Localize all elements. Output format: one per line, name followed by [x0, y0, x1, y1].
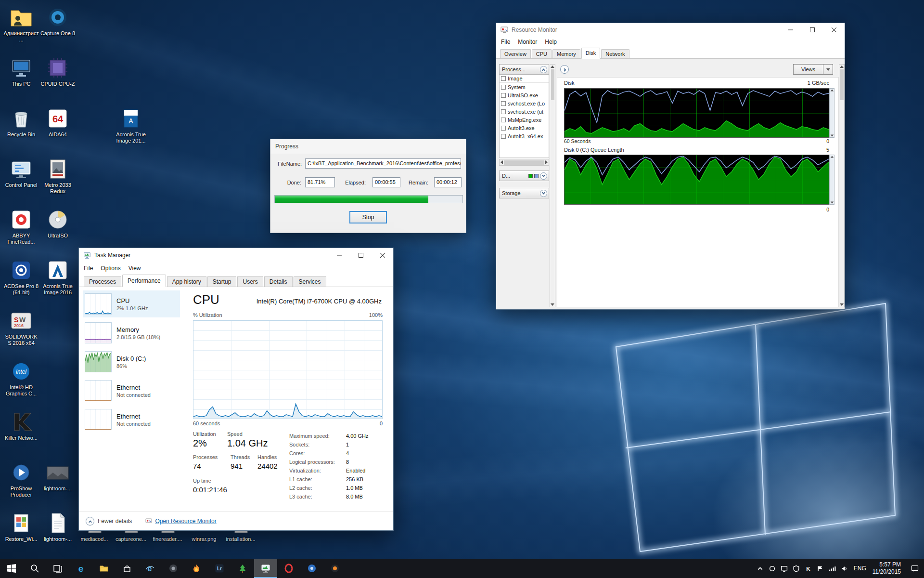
- scrollbar-thumb[interactable]: [504, 160, 544, 165]
- taskbar-app-dark-icon[interactable]: [162, 559, 185, 578]
- clock[interactable]: 5:57 PM 11/20/2015: [870, 561, 906, 576]
- desktop-icon-abbyy[interactable]: ABBYY FineRead...: [3, 208, 39, 257]
- scroll-down-arrow[interactable]: [830, 202, 833, 204]
- rm-close-button[interactable]: [823, 23, 845, 37]
- tm-maximize-button[interactable]: [350, 248, 372, 263]
- tm-tab-startup[interactable]: Startup: [207, 276, 237, 287]
- checkbox-icon[interactable]: [501, 134, 506, 139]
- done-value-box[interactable]: 81.71%: [305, 177, 335, 187]
- taskbar-app-flame-icon[interactable]: [185, 559, 208, 578]
- rm-minimize-button[interactable]: [780, 23, 801, 37]
- scroll-up-arrow[interactable]: [551, 66, 554, 68]
- filename-input[interactable]: C:\ixBT_Application_Benchmark_2016\Conte…: [305, 158, 461, 169]
- search-button[interactable]: [23, 559, 46, 578]
- rm-menu-monitor[interactable]: Monitor: [514, 37, 541, 47]
- opera-icon[interactable]: [277, 559, 300, 578]
- desktop-icon-solidworks[interactable]: SW2016SOLIDWORKS 2016 x64 Edi...: [3, 309, 39, 358]
- rm-storage-header[interactable]: Storage: [499, 188, 549, 198]
- rm-queue-chart-scrollbar[interactable]: [829, 155, 834, 205]
- scroll-up-arrow[interactable]: [830, 156, 833, 158]
- rm-process-row-svchost-exe-lo[interactable]: svchost.exe (Lo: [500, 99, 549, 107]
- tm-sidebar-item-memory-1[interactable]: Memory2.8/15.9 GB (18%): [83, 319, 180, 346]
- tray-app-icon[interactable]: [766, 559, 778, 578]
- desktop-icon-admin-folder[interactable]: Администрист...: [3, 6, 39, 55]
- rm-menu-file[interactable]: File: [497, 37, 514, 47]
- scroll-up-arrow[interactable]: [830, 90, 833, 92]
- rm-tab-network[interactable]: Network: [601, 49, 629, 58]
- desktop-icon-this-pc[interactable]: This PC: [3, 56, 39, 105]
- scroll-down-arrow[interactable]: [830, 135, 833, 137]
- desktop-icon-lightroom-2[interactable]: lightroom-...: [39, 512, 76, 561]
- hidden-icons-chevron[interactable]: [754, 559, 766, 578]
- desktop-icon-acdsee[interactable]: ACDSee Pro 8 (64-bit): [3, 259, 39, 308]
- views-dropdown-button[interactable]: Views: [793, 64, 833, 75]
- fewer-details-button[interactable]: Fewer details: [86, 517, 132, 525]
- checkbox-icon[interactable]: [501, 101, 506, 106]
- rm-horizontal-scrollbar[interactable]: [499, 159, 549, 166]
- expand-chevron-icon[interactable]: [540, 172, 547, 180]
- action-center-button[interactable]: [906, 559, 924, 578]
- expand-chevron-icon[interactable]: [540, 190, 547, 197]
- checkbox-icon[interactable]: [501, 118, 506, 122]
- desktop-icon-lightroom-1[interactable]: lightroom-...: [39, 461, 76, 510]
- select-all-checkbox[interactable]: [501, 76, 506, 81]
- scroll-down-arrow[interactable]: [551, 303, 554, 306]
- tm-titlebar[interactable]: Task Manager: [79, 248, 393, 263]
- scroll-up-arrow[interactable]: [840, 66, 844, 68]
- open-resource-monitor-link[interactable]: Open Resource Monitor: [145, 518, 216, 525]
- taskbar-app-orange-icon[interactable]: [323, 559, 346, 578]
- tm-sidebar-item-ethernet-4[interactable]: EthernetNot connected: [83, 406, 180, 433]
- rm-process-list-header[interactable]: Image: [500, 75, 549, 83]
- stop-button[interactable]: Stop: [349, 211, 387, 223]
- rm-process-row-autoit3-exe[interactable]: AutoIt3.exe: [500, 124, 549, 132]
- desktop-icon-killer[interactable]: Killer Netwo...: [3, 410, 39, 460]
- task-manager-icon[interactable]: [254, 559, 277, 578]
- rm-tab-memory[interactable]: Memory: [552, 49, 580, 58]
- checkbox-icon[interactable]: [501, 85, 506, 90]
- tm-menu-file[interactable]: File: [80, 263, 97, 274]
- scrollbar-thumb[interactable]: [840, 69, 844, 100]
- desktop-icon-capture-one[interactable]: Capture One 8: [39, 6, 76, 55]
- desktop-icon-restore[interactable]: Restore_Wi...: [3, 512, 39, 561]
- desktop-icon-ultraiso[interactable]: UltraISO: [39, 208, 76, 257]
- file-explorer-icon[interactable]: [92, 559, 116, 578]
- scroll-down-arrow[interactable]: [840, 303, 844, 306]
- tm-sidebar-item-cpu-0[interactable]: CPU2% 1.04 GHz: [83, 290, 180, 317]
- edge-icon[interactable]: e: [69, 559, 92, 578]
- desktop-icon-recycle-bin[interactable]: Recycle Bin: [3, 107, 39, 156]
- tm-tab-details[interactable]: Details: [264, 276, 293, 287]
- tm-tab-services[interactable]: Services: [294, 276, 326, 287]
- tm-sidebar-item-ethernet-3[interactable]: EthernetNot connected: [83, 377, 180, 404]
- tm-menu-options[interactable]: Options: [97, 263, 124, 274]
- rm-charts-expand-button[interactable]: [560, 65, 569, 74]
- taskbar-app-tree-icon[interactable]: [231, 559, 254, 578]
- desktop-icon-control-panel[interactable]: Control Panel: [3, 158, 39, 207]
- rm-process-row-svchost-exe-ut[interactable]: svchost.exe (ut: [500, 107, 549, 116]
- rm-tab-cpu[interactable]: CPU: [532, 49, 552, 58]
- rm-maximize-button[interactable]: [801, 23, 823, 37]
- desktop-icon-acronis-201[interactable]: AAcronis True Image 201...: [113, 107, 149, 156]
- remain-value-box[interactable]: 00:00:12: [434, 177, 462, 187]
- collapse-chevron-icon[interactable]: [540, 66, 547, 73]
- rm-process-row-system[interactable]: System: [500, 83, 549, 91]
- rm-process-row-msmpeng-exe[interactable]: MsMpEng.exe: [500, 116, 549, 124]
- scroll-left-arrow[interactable]: [500, 160, 503, 164]
- tm-tab-performance[interactable]: Performance: [122, 275, 166, 287]
- tm-minimize-button[interactable]: [328, 248, 350, 263]
- tray-killer-icon[interactable]: K: [802, 559, 814, 578]
- start-button[interactable]: [0, 559, 23, 578]
- checkbox-icon[interactable]: [501, 93, 506, 98]
- desktop-icon-proshow[interactable]: ProShow Producer: [3, 461, 39, 510]
- tm-close-button[interactable]: [372, 248, 393, 263]
- tm-tab-processes[interactable]: Processes: [84, 276, 121, 287]
- tm-tab-app-history[interactable]: App history: [167, 276, 206, 287]
- elapsed-value-box[interactable]: 00:00:55: [372, 177, 400, 187]
- desktop-icon-acronis-2016[interactable]: Acronis True Image 2016: [39, 259, 76, 308]
- desktop-icon-intel-hd[interactable]: intelIntel® HD Graphics C...: [3, 360, 39, 409]
- language-indicator[interactable]: ENG: [850, 565, 870, 572]
- internet-explorer-icon[interactable]: e: [139, 559, 162, 578]
- tm-menu-view[interactable]: View: [125, 263, 145, 274]
- lightroom-icon[interactable]: Lr: [208, 559, 231, 578]
- rm-process-row-ultraiso-exe[interactable]: UltraISO.exe: [500, 91, 549, 99]
- rm-left-scrollbar[interactable]: [550, 64, 555, 307]
